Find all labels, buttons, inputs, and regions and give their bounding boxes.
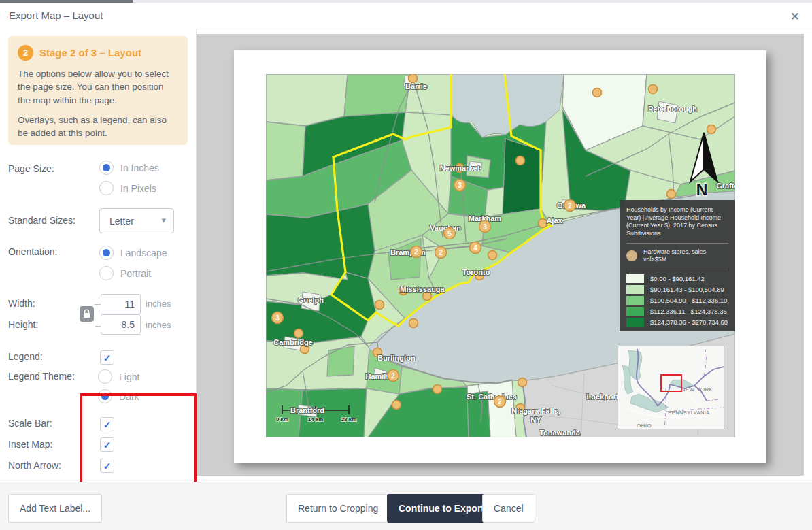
height-input[interactable] (101, 314, 141, 335)
cluster-marker: 2 (435, 247, 447, 259)
cluster-marker: 3 (272, 312, 284, 324)
standard-sizes-label: Standard Sizes: (8, 215, 75, 226)
city-label: Brantford (290, 406, 324, 414)
cluster-marker: 2 (388, 370, 399, 382)
city-label: Toronto (462, 268, 490, 276)
legend-class-label: $124,378.36 - $278,734.60 (650, 318, 728, 326)
radio-button[interactable] (98, 369, 112, 384)
cancel-button[interactable]: Cancel (482, 494, 535, 523)
radio-button[interactable] (99, 161, 114, 175)
radio-light[interactable]: Light (98, 369, 139, 384)
city-label: Tonawanda (539, 429, 581, 437)
city-label: Grafton (716, 182, 735, 190)
dialog-header: Export Map – Layout ✕ (0, 3, 812, 29)
dropdown-value: Letter (109, 216, 134, 227)
cluster-count: 2 (568, 202, 572, 210)
stage-info-box: 2 Stage 2 of 3 – Layout The options belo… (8, 36, 188, 145)
inset-label: NEW YORK (681, 386, 713, 393)
legend-divider (626, 243, 728, 244)
legend-class-label: $100,504.90 - $112,336.10 (650, 297, 727, 304)
cluster-count: 3 (275, 314, 280, 322)
legend-class-row: $112,336.11 - $124,378.35 (626, 307, 728, 316)
stage-description-2: Overlays, such as a legend, can also be … (18, 114, 178, 140)
legend-class-label: $0.00 - $90,161.42 (650, 275, 705, 282)
radio-in-inches[interactable]: In Inches (99, 161, 159, 175)
radio-button[interactable] (99, 181, 114, 195)
city-label: Newmarket (440, 164, 480, 172)
city-label: St. Catharines (467, 393, 517, 401)
page-size-label: Page Size: (8, 163, 54, 174)
radio-landscape[interactable]: Landscape (99, 246, 167, 260)
cluster-marker: 2 (494, 396, 506, 408)
cluster-marker: 4 (470, 242, 481, 254)
return-to-cropping-button[interactable]: Return to Cropping (286, 494, 390, 523)
scale-bar-label: Scale Bar: (8, 418, 52, 429)
legend-checkbox[interactable] (100, 350, 114, 365)
legend-class-label: $90,161.43 - $100,504.89 (650, 286, 724, 293)
store-marker (409, 74, 418, 83)
store-marker (649, 85, 658, 94)
legend-class-label: $112,336.11 - $124,378.35 (650, 308, 727, 315)
radio-in-pixels[interactable]: In Pixels (99, 181, 156, 195)
store-marker (375, 301, 384, 310)
city-label: Peterborough (648, 105, 697, 113)
store-marker (392, 401, 401, 410)
map-preview[interactable]: BarriePeterboroughNewmarketOshawaGrafton… (266, 74, 735, 437)
width-input[interactable] (101, 294, 141, 314)
city-label: NY (530, 416, 541, 424)
width-label: Width: (8, 298, 35, 309)
radio-label: Landscape (120, 248, 167, 259)
store-marker (518, 378, 527, 387)
legend-swatch (626, 318, 644, 327)
aspect-link-bracket (95, 304, 101, 327)
store-marker (294, 329, 303, 338)
page-preview-area: BarriePeterboroughNewmarketOshawaGrafton… (197, 34, 804, 476)
legend-divider (626, 269, 728, 269)
cluster-marker: 2 (411, 246, 422, 258)
store-marker (488, 251, 497, 260)
dialog-title: Export Map – Layout (9, 10, 103, 21)
store-marker (593, 88, 602, 97)
add-text-label-button[interactable]: Add Text Label... (8, 494, 102, 523)
radio-label: In Inches (120, 163, 159, 173)
north-arrow-label: North Arrow: (8, 460, 61, 471)
cluster-count: 2 (498, 398, 502, 405)
radio-portrait[interactable]: Portrait (99, 266, 151, 280)
close-icon[interactable]: ✕ (788, 8, 802, 25)
radio-button[interactable] (99, 266, 114, 280)
point-label: Hardware stores, sales vol>$5M (643, 248, 728, 264)
store-marker (667, 190, 676, 199)
city-label: Lockport (586, 393, 618, 401)
cluster-count: 3 (458, 182, 462, 189)
dialog-footer: Add Text Label... Return to Cropping Con… (0, 482, 812, 530)
legend-class-row: $90,161.43 - $100,504.89 (626, 285, 728, 294)
store-marker (516, 156, 525, 165)
legend-class-row: $100,504.90 - $112,336.10 (626, 296, 728, 305)
inset-label: OHIO (637, 423, 652, 429)
scale-label: 0 km (276, 416, 288, 423)
legend-class-row: $124,378.36 - $278,734.60 (626, 318, 728, 327)
city-label: Cambridge (273, 338, 312, 346)
cluster-marker: 2 (564, 200, 576, 212)
legend-class-list: $0.00 - $90,161.42$90,161.43 - $100,504.… (626, 274, 728, 327)
legend-swatch (626, 307, 644, 316)
north-label: N (696, 181, 708, 199)
width-unit: inches (146, 299, 171, 309)
cluster-marker: 3 (479, 221, 491, 233)
inset-map-overlay: NEW YORKPENNSYLVANIAOHIO (618, 346, 724, 429)
lock-aspect-icon[interactable] (80, 306, 94, 322)
cluster-count: 3 (483, 223, 487, 231)
legend-title: Households by Income (Current Year) | Av… (626, 206, 728, 238)
cluster-count: 2 (391, 372, 395, 380)
city-label: Ajax (546, 216, 562, 225)
continue-to-export-button[interactable]: Continue to Export (387, 494, 496, 523)
inset-map-label: Inset Map: (8, 439, 52, 450)
map-legend-overlay: Households by Income (Current Year) | Av… (620, 200, 735, 331)
radio-button[interactable] (99, 246, 114, 260)
standard-sizes-dropdown[interactable]: Letter (99, 208, 174, 233)
stage-badge: 2 (18, 45, 33, 61)
legend-point-item: Hardware stores, sales vol>$5M (626, 248, 728, 264)
city-label: Mississauga (400, 285, 445, 293)
point-symbol (626, 250, 637, 261)
legend-swatch (626, 296, 644, 305)
